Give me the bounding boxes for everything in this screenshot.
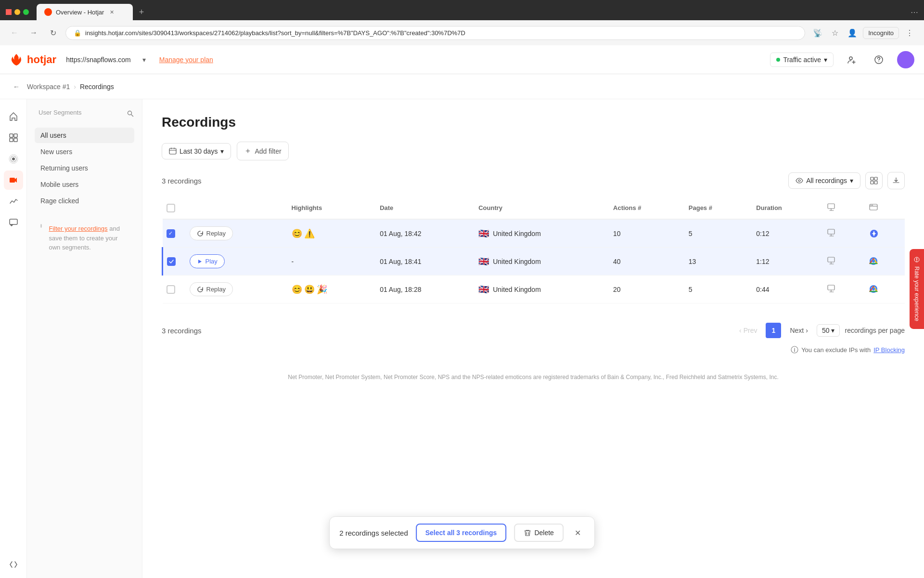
active-browser-tab[interactable]: Overview - Hotjar ✕	[37, 4, 133, 20]
help-btn[interactable]	[870, 51, 887, 68]
breadcrumb-workspace[interactable]: Workspace #1	[27, 83, 70, 91]
nav-search-icon[interactable]	[127, 110, 134, 119]
incognito-btn[interactable]: Incognito	[863, 27, 899, 39]
add-filter-btn[interactable]: ＋ Add filter	[237, 142, 288, 160]
reload-nav-btn[interactable]: ↻	[46, 26, 60, 39]
sidebar-item-analytics[interactable]	[4, 192, 23, 211]
nav-item-mobile-users[interactable]: Mobile users	[35, 177, 134, 192]
breadcrumb-separator: ›	[74, 83, 76, 91]
sidebar-item-heatmaps[interactable]	[4, 149, 23, 169]
selection-bar-close-btn[interactable]: ✕	[571, 526, 585, 539]
add-user-btn[interactable]	[843, 51, 860, 68]
svg-rect-18	[874, 181, 877, 184]
prev-label: Prev	[744, 327, 757, 334]
svg-point-12	[128, 111, 132, 115]
nav-item-new-users[interactable]: New users	[35, 144, 134, 159]
sidebar-item-home[interactable]	[4, 107, 23, 126]
url-bar[interactable]: 🔒 insights.hotjar.com/sites/3090413/work…	[65, 26, 805, 40]
row-2-checkbox[interactable]	[167, 257, 176, 266]
select-all-checkbox[interactable]	[167, 204, 175, 212]
row-2-device-icon	[827, 256, 836, 265]
row-2-check-icon	[168, 259, 174, 264]
sidebar-item-recordings[interactable]	[4, 171, 23, 190]
svg-rect-15	[871, 177, 873, 180]
next-label: Next	[790, 327, 804, 334]
row-1-replay-btn[interactable]: Replay	[190, 226, 233, 240]
header-site-dropdown[interactable]: ▾	[142, 56, 146, 64]
new-tab-btn[interactable]: +	[135, 5, 148, 19]
svg-point-14	[798, 180, 800, 182]
tab-favicon	[44, 8, 52, 16]
header-date-col: Date	[372, 197, 471, 219]
row-1-highlight-1: 😊	[292, 228, 302, 239]
ip-blocking-link[interactable]: IP Blocking	[873, 346, 905, 354]
per-page-select[interactable]: 50 ▾	[817, 324, 840, 337]
rate-experience-tab[interactable]: Rate your experience	[910, 249, 924, 329]
row-1-highlight-2: ⚠️	[304, 228, 315, 239]
row-3-checkbox[interactable]	[167, 285, 175, 294]
delete-label: Delete	[534, 529, 553, 537]
add-user-icon	[847, 55, 857, 65]
hotjar-logo: hotjar	[10, 53, 56, 66]
grid-icon	[9, 133, 18, 143]
grid-view-btn[interactable]	[865, 172, 883, 189]
sidebar-item-link[interactable]	[4, 576, 23, 578]
prev-page-btn[interactable]: ‹ Prev	[735, 325, 761, 336]
row-2-country-cell: 🇬🇧 United Kingdom	[471, 248, 605, 276]
row-1-highlights-cell: 😊 ⚠️	[284, 219, 372, 248]
breadcrumb-back-btn[interactable]: ←	[10, 80, 23, 93]
recordings-actions: All recordings ▾	[788, 172, 905, 189]
back-nav-btn[interactable]: ←	[8, 26, 21, 39]
per-page-label: recordings per page	[845, 327, 905, 334]
nav-item-rage-clicked[interactable]: Rage clicked	[35, 193, 134, 209]
profile-btn[interactable]: 👤	[846, 26, 859, 39]
user-avatar[interactable]	[897, 51, 914, 68]
row-2-play-btn[interactable]: Play	[190, 254, 225, 268]
incognito-label: Incognito	[868, 29, 894, 37]
header-site-url[interactable]: https://snapflows.com	[66, 56, 131, 64]
delete-btn[interactable]: Delete	[514, 524, 563, 542]
table-row: Play - 01 Aug, 18:41 🇬🇧 United Kingdom	[163, 248, 905, 276]
row-3-device-icon	[827, 284, 836, 293]
forward-nav-btn[interactable]: →	[27, 26, 40, 39]
tab-close-btn[interactable]: ✕	[108, 8, 116, 16]
hotjar-logo-text: hotjar	[27, 53, 56, 66]
filter-recordings-link[interactable]: Filter your recordings	[49, 225, 107, 232]
close-window-btn[interactable]	[6, 9, 12, 15]
trash-icon	[524, 529, 531, 537]
row-1-checkbox[interactable]: ✓	[167, 229, 175, 238]
minimize-window-btn[interactable]	[14, 9, 20, 15]
filter-hint-text: Filter your recordings and save them to …	[49, 224, 128, 252]
sidebar-item-feedback[interactable]	[4, 213, 23, 232]
browser-more-btn[interactable]: ⋮	[903, 26, 916, 39]
svg-rect-19	[828, 204, 834, 209]
select-all-recordings-btn[interactable]: Select all 3 recordings	[416, 524, 507, 542]
grid-view-icon	[870, 177, 878, 184]
sidebar-item-collapse[interactable]	[4, 555, 23, 574]
row-3-country: United Kingdom	[493, 286, 541, 293]
recordings-header: 3 recordings All recordings ▾	[162, 172, 905, 189]
cast-btn[interactable]: 📡	[811, 26, 824, 39]
traffic-active-btn[interactable]: Traffic active ▾	[770, 53, 834, 67]
home-icon	[9, 112, 18, 121]
row-2-action-cell: Play	[182, 248, 284, 276]
browser-menu-btn[interactable]: ⋯	[911, 8, 918, 17]
maximize-window-btn[interactable]	[23, 9, 29, 15]
sidebar-item-dashboard[interactable]	[4, 128, 23, 147]
recordings-icon	[9, 175, 18, 185]
hotjar-flame-icon	[10, 53, 23, 66]
info-icon	[791, 346, 798, 354]
header-device-col	[820, 197, 861, 219]
row-3-pages-count: 5	[681, 276, 749, 303]
analytics-icon	[9, 197, 18, 206]
nav-item-returning-users[interactable]: Returning users	[35, 160, 134, 176]
row-3-replay-btn[interactable]: Replay	[190, 282, 233, 296]
next-page-btn[interactable]: Next ›	[786, 325, 811, 336]
bookmark-btn[interactable]: ☆	[828, 26, 842, 39]
row-1-pages-count: 5	[681, 219, 749, 248]
all-recordings-dropdown[interactable]: All recordings ▾	[788, 172, 860, 189]
download-btn[interactable]	[887, 172, 905, 189]
manage-plan-link[interactable]: Manage your plan	[159, 56, 213, 64]
date-filter-btn[interactable]: Last 30 days ▾	[162, 143, 231, 159]
nav-item-all-users[interactable]: All users	[35, 128, 134, 143]
